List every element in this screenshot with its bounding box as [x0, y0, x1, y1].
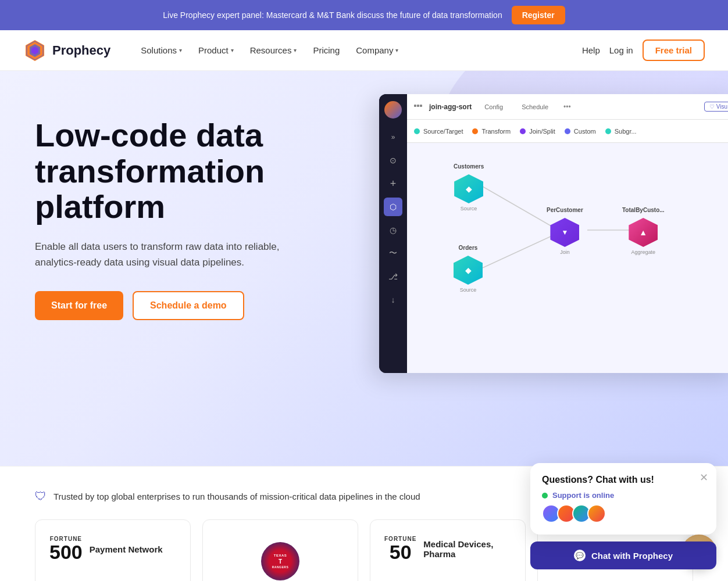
- sidebar-chart-icon[interactable]: 〜: [384, 244, 402, 263]
- trust-header-text: Trusted by top global enterprises to run…: [53, 492, 420, 501]
- status-indicator: [542, 493, 548, 498]
- pipeline-canvas: Customers ◆ Source Orders ◆ Source: [407, 143, 728, 373]
- chat-popup: ✕ Questions? Chat with us! Support is on…: [530, 463, 716, 535]
- arrow-right-icon: →: [503, 579, 513, 581]
- orders-node-label: Source: [460, 287, 477, 293]
- fortune-number: 500: [49, 542, 83, 562]
- trust-card-rangers[interactable]: TEXAS T RANGERS →: [202, 519, 358, 581]
- payment-network-desc: Payment Network: [90, 544, 163, 554]
- nav-links: Solutions ▾ Product ▾ Resources ▾ Pricin…: [134, 41, 582, 60]
- fortune-number: 50: [390, 542, 412, 562]
- hero-buttons: Start for free Schedule a demo: [35, 291, 302, 320]
- nav-solutions[interactable]: Solutions ▾: [134, 41, 189, 60]
- nav-pricing[interactable]: Pricing: [306, 41, 347, 60]
- texas-rangers-logo: TEXAS T RANGERS: [261, 542, 299, 580]
- ui-mockup: » ⊙ + ⬡ ◷ 〜 ⎇ ↓ join-agg-sort: [379, 94, 728, 373]
- nav-company[interactable]: Company ▾: [349, 41, 405, 60]
- mockup-toolbar: Source/Target Transform Join/Split Custo…: [407, 120, 728, 143]
- register-button[interactable]: Register: [512, 6, 565, 24]
- prophecy-logo-icon: [23, 39, 47, 62]
- chat-status: Support is online: [542, 491, 705, 500]
- visual-button[interactable]: ♡ Visu: [704, 102, 728, 112]
- fortune-500-badge: FORTUNE 500: [49, 536, 83, 562]
- subgraph-tool[interactable]: Subgr...: [605, 128, 637, 135]
- transform-tool[interactable]: Transform: [472, 128, 511, 135]
- chat-with-prophecy-button[interactable]: 💬 Chat with Prophecy: [530, 541, 716, 569]
- sidebar-download-icon[interactable]: ↓: [384, 290, 402, 309]
- nav-resources[interactable]: Resources ▾: [243, 41, 304, 60]
- top-banner: Live Prophecy expert panel: Mastercard &…: [0, 0, 728, 30]
- fortune-50-badge: FORTUNE 50: [384, 536, 416, 562]
- join-node[interactable]: PerCustomer ▼ Join: [547, 207, 583, 255]
- agent-avatar-4: [587, 504, 606, 523]
- chevron-down-icon: ▾: [231, 47, 234, 53]
- chevron-down-icon: ▾: [294, 47, 297, 53]
- arrow-right-icon: →: [168, 579, 179, 581]
- sidebar-share-icon[interactable]: ⎇: [384, 267, 402, 286]
- nav-product[interactable]: Product ▾: [191, 41, 241, 60]
- svg-rect-4: [414, 105, 416, 107]
- hero-content: Low-code data transformation platform En…: [35, 106, 302, 320]
- sidebar-grid-icon[interactable]: ⬡: [384, 198, 402, 216]
- custom-tool[interactable]: Custom: [565, 128, 596, 135]
- logo-link[interactable]: Prophecy: [23, 39, 110, 62]
- source-target-tool[interactable]: Source/Target: [414, 128, 463, 135]
- banner-text: Live Prophecy expert panel: Mastercard &…: [163, 10, 502, 20]
- free-trial-button[interactable]: Free trial: [643, 40, 705, 61]
- schedule-tab[interactable]: Schedule: [516, 101, 554, 113]
- trust-card-payment[interactable]: FORTUNE 500 Payment Network →: [35, 519, 191, 581]
- hero-title: Low-code data transformation platform: [35, 117, 302, 225]
- hero-subtitle: Enable all data users to transform raw d…: [35, 239, 302, 270]
- orders-node[interactable]: Orders ◆ Source: [454, 245, 483, 293]
- help-link[interactable]: Help: [582, 45, 600, 55]
- schedule-demo-button[interactable]: Schedule a demo: [133, 291, 244, 320]
- support-status-text: Support is online: [552, 491, 614, 500]
- chat-widget: ✕ Questions? Chat with us! Support is on…: [530, 463, 716, 569]
- navigation: Prophecy Solutions ▾ Product ▾ Resources…: [0, 30, 728, 71]
- chat-header-text: Questions? Chat with us!: [542, 475, 705, 485]
- aggregate-node[interactable]: TotalByCusto... ▲ Aggregate: [622, 207, 665, 255]
- aggregate-node-label: Aggregate: [631, 249, 656, 255]
- svg-rect-5: [417, 105, 419, 107]
- trust-card-medical[interactable]: FORTUNE 50 Medical Devices, Pharma →: [370, 519, 526, 581]
- arrow-right-icon: →: [336, 579, 346, 581]
- join-node-label: Join: [560, 249, 570, 255]
- sidebar-add-icon[interactable]: +: [384, 174, 402, 193]
- mockup-main-area: join-agg-sort Config Schedule ••• ♡ Visu…: [407, 94, 728, 373]
- chevron-down-icon: ▾: [179, 47, 182, 53]
- shield-icon: 🛡: [35, 490, 47, 503]
- chevron-down-icon: ▾: [395, 47, 398, 53]
- customers-node[interactable]: Customers ◆ Source: [454, 163, 484, 211]
- mockup-topbar: join-agg-sort Config Schedule ••• ♡ Visu: [407, 94, 728, 120]
- medical-desc: Medical Devices, Pharma: [423, 539, 511, 559]
- nav-right-actions: Help Log in Free trial: [582, 40, 705, 61]
- svg-rect-6: [420, 105, 422, 107]
- sidebar-clock-icon[interactable]: ◷: [384, 221, 402, 239]
- more-options-icon[interactable]: •••: [563, 103, 571, 111]
- mockup-logo-icon: [384, 101, 402, 119]
- agent-avatars: [542, 504, 705, 523]
- logo-text: Prophecy: [52, 43, 110, 58]
- start-free-button[interactable]: Start for free: [35, 291, 123, 320]
- config-tab[interactable]: Config: [479, 101, 509, 113]
- sidebar-expand-icon[interactable]: »: [384, 128, 402, 146]
- customers-node-label: Source: [461, 206, 477, 211]
- pipeline-icon: [414, 103, 422, 111]
- arrow-right-icon: →: [670, 579, 681, 581]
- sidebar-camera-icon[interactable]: ⊙: [384, 151, 402, 170]
- join-split-tool[interactable]: Join/Split: [520, 128, 555, 135]
- login-link[interactable]: Log in: [609, 45, 633, 55]
- pipeline-name: join-agg-sort: [429, 103, 472, 111]
- chat-button-label: Chat with Prophecy: [591, 551, 673, 561]
- chat-close-button[interactable]: ✕: [700, 471, 708, 484]
- mockup-sidebar: » ⊙ + ⬡ ◷ 〜 ⎇ ↓: [379, 94, 407, 373]
- chat-bubble-icon: 💬: [574, 550, 586, 561]
- hero-section: Low-code data transformation platform En…: [0, 71, 728, 466]
